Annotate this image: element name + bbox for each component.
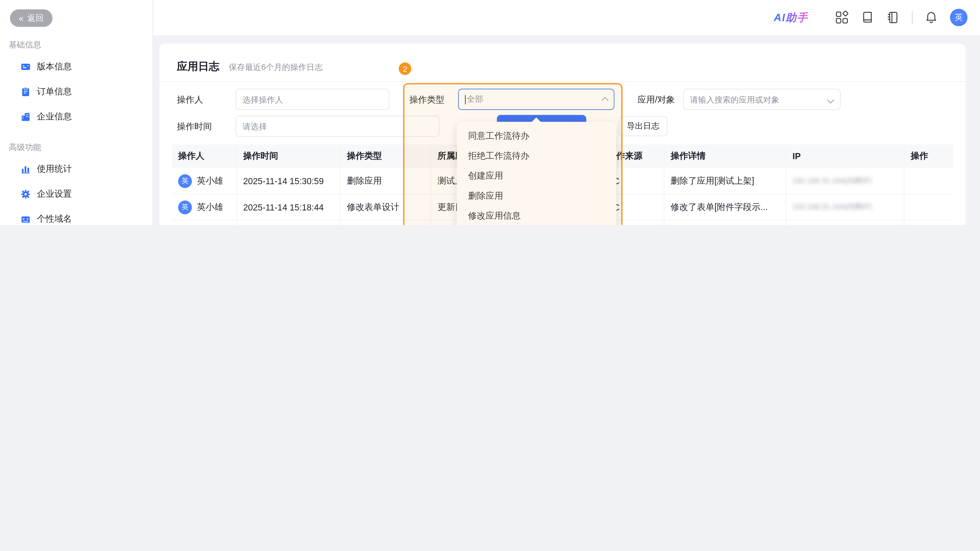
sidebar-item-label: 使用统计 [37, 164, 72, 175]
content-area: 应用日志 保存最近6个月的操作日志 操作人 操作类型 全部 应用/对象 [153, 36, 980, 225]
table-header-cell: 操作时间 [237, 144, 341, 168]
sidebar-item-label: 订单信息 [37, 86, 72, 97]
sidebar-section: 基础信息版本信息订单信息企业信息 [0, 39, 153, 129]
topbar-divider [912, 11, 912, 24]
page-subtitle: 保存最近6个月的操作日志 [229, 62, 323, 73]
chevron-up-icon [601, 97, 609, 104]
type-filter-select[interactable]: 全部 [458, 89, 614, 110]
user-avatar[interactable]: 英 [950, 9, 967, 26]
clipboard-icon [21, 87, 30, 97]
sidebar-item-version-info[interactable]: 版本信息 [9, 54, 142, 79]
table-cell: 删除了应用[测试上架] [664, 168, 786, 194]
gear-icon [21, 189, 30, 199]
domain-icon [21, 214, 30, 224]
table-cell: 2025-11-14 15:30:59 [237, 168, 341, 194]
table-header-cell: 操作人 [172, 144, 237, 168]
topbar: AI助手 英 [153, 0, 980, 36]
dropdown-options: 同意工作流待办拒绝工作流待办创建应用删除应用修改应用信息创建表单删除表单修改表单… [457, 125, 616, 225]
table-cell [904, 221, 953, 225]
sidebar-item-company-settings[interactable]: 企业设置 [9, 182, 142, 207]
operator-name: 英小雄 [197, 202, 223, 213]
id-card-icon [21, 62, 30, 72]
masked-ip: 192.168.31.164(内网IP) [792, 176, 872, 186]
table-header-cell: 操作 [904, 144, 953, 168]
operator-cell: 英英小雄 [172, 194, 237, 220]
table-cell: 2025-11-14 15:18:36 [237, 221, 341, 225]
table-cell: 修改表单名称 [341, 221, 431, 225]
sidebar-sections: 基础信息版本信息订单信息企业信息高级功能使用统计企业设置个性域名其他设置登录日志… [0, 39, 153, 225]
sidebar-item-usage-stats[interactable]: 使用统计 [9, 157, 142, 182]
dropdown-option[interactable]: 同意工作流待办 [457, 125, 616, 145]
book-icon[interactable] [861, 11, 874, 24]
sidebar-section-title: 高级功能 [9, 142, 152, 153]
building-icon [21, 112, 30, 122]
sidebar-item-order-info[interactable]: 订单信息 [9, 79, 142, 104]
table-cell: 修改了表单[附件字段示... [664, 194, 786, 220]
operator-filter-input[interactable] [235, 89, 389, 110]
sidebar-item-label: 企业信息 [37, 111, 72, 122]
sidebar-item-label: 企业设置 [37, 189, 72, 200]
ai-assistant-logo[interactable]: AI助手 [774, 10, 808, 24]
table-header-cell: 操作类型 [341, 144, 431, 168]
sidebar-item-label: 个性域名 [37, 214, 72, 225]
time-filter-input[interactable] [235, 116, 439, 137]
sidebar: « 返回 基础信息版本信息订单信息企业信息高级功能使用统计企业设置个性域名其他设… [0, 0, 153, 225]
main-area: AI助手 英 应用日志 保存最近6个月的操作日志 操作人 [153, 0, 980, 225]
table-cell: 将表单[附件字段示例]重... [664, 221, 786, 225]
double-chevron-left-icon: « [19, 14, 24, 22]
sidebar-item-company-info[interactable]: 企业信息 [9, 104, 142, 129]
avatar: 英 [178, 174, 192, 188]
table-header-cell: 操作详情 [664, 144, 786, 168]
text-caret [465, 95, 466, 104]
sidebar-section-title: 基础信息 [9, 39, 152, 51]
type-dropdown-panel: 同意工作流待办拒绝工作流待办创建应用删除应用修改应用信息创建表单删除表单修改表单… [457, 122, 616, 225]
type-filter-label: 操作类型 [409, 89, 444, 110]
avatar: 英 [178, 200, 192, 214]
dropdown-option[interactable]: 修改应用信息 [457, 206, 616, 225]
operator-filter-label: 操作人 [177, 89, 203, 110]
dropdown-option[interactable]: 创建应用 [457, 165, 616, 186]
ip-cell: 192.168.31.164(内网IP) [786, 168, 904, 194]
bell-icon[interactable] [924, 11, 938, 24]
dropdown-option[interactable]: 删除应用 [457, 186, 616, 205]
bar-chart-icon [21, 164, 30, 174]
ip-cell: 192.168.31.164(内网IP) [786, 194, 904, 220]
notebook-icon[interactable] [886, 11, 900, 24]
operator-name: 英小雄 [197, 175, 223, 186]
target-filter-wrap [683, 89, 841, 110]
sidebar-item-label: 版本信息 [37, 61, 72, 73]
annotation-badge-2: 2 [399, 62, 411, 75]
table-cell: 修改表单设计 [341, 194, 431, 220]
dropdown-option[interactable]: 拒绝工作流待办 [457, 146, 616, 165]
table-header-cell: IP [786, 144, 904, 168]
type-filter-value: 全部 [467, 94, 483, 105]
page-title: 应用日志 [177, 59, 220, 74]
back-button[interactable]: « 返回 [10, 10, 52, 27]
ip-cell: 192.168.31.164(内网IP) [786, 221, 904, 225]
operator-cell: 英英小雄 [172, 168, 237, 194]
table-cell: 2025-11-14 15:18:44 [237, 194, 341, 220]
target-filter-input[interactable] [683, 89, 841, 110]
table-cell [904, 194, 953, 220]
operator-cell: 英英小雄 [172, 221, 237, 225]
target-filter-label: 应用/对象 [638, 89, 675, 110]
app-window: « 返回 基础信息版本信息订单信息企业信息高级功能使用统计企业设置个性域名其他设… [0, 0, 980, 225]
table-cell [904, 168, 953, 194]
title-divider [159, 81, 966, 82]
table-cell: 删除应用 [341, 168, 431, 194]
masked-ip: 192.168.31.164(内网IP) [792, 202, 872, 213]
export-log-button[interactable]: 导出日志 [619, 116, 667, 136]
app-log-card: 应用日志 保存最近6个月的操作日志 操作人 操作类型 全部 应用/对象 [159, 44, 966, 225]
back-button-label: 返回 [27, 13, 44, 24]
sidebar-section: 高级功能使用统计企业设置个性域名 [0, 142, 153, 225]
time-filter-label: 操作时间 [177, 116, 212, 137]
sidebar-item-custom-domain[interactable]: 个性域名 [9, 207, 142, 225]
apps-grid-icon[interactable] [835, 11, 849, 24]
